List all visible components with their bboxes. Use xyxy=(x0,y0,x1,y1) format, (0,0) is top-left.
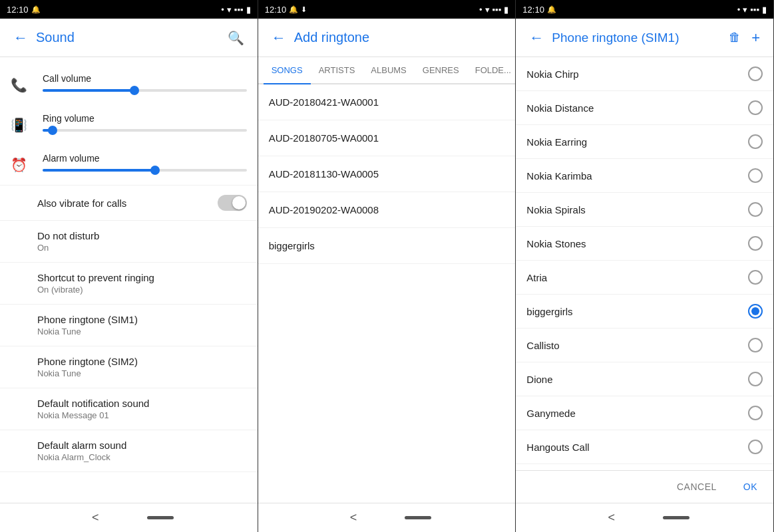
back-nav-3[interactable]: < xyxy=(600,507,623,529)
vibrate-row[interactable]: Also vibrate for calls xyxy=(0,186,258,221)
radio-ganymede[interactable] xyxy=(748,406,763,420)
song-list: AUD-20180421-WA0001 AUD-20180705-WA0001 … xyxy=(258,84,516,503)
radio-callisto[interactable] xyxy=(748,338,763,352)
dot-3: • xyxy=(737,5,741,15)
ringtone-name-ganymede: Ganymede xyxy=(526,408,748,419)
tab-folders[interactable]: FOLDE... xyxy=(467,57,516,84)
ringtone-hangouts-call[interactable]: Hangouts Call xyxy=(516,430,773,464)
back-button-2[interactable]: ← xyxy=(269,27,289,49)
shortcut-title: Shortcut to prevent ringing xyxy=(37,272,247,283)
settings-list: Do not disturb On Shortcut to prevent ri… xyxy=(0,221,258,472)
radio-atria[interactable] xyxy=(748,270,763,285)
ringtone-nokia-earring[interactable]: Nokia Earring xyxy=(516,125,773,159)
back-nav-1[interactable]: < xyxy=(84,507,107,529)
wifi-icon-1: ▾ xyxy=(227,5,232,15)
download-icon-2: ⬇ xyxy=(301,5,307,14)
ringtone-dione[interactable]: Dione xyxy=(516,362,773,396)
ringtone-name-nokia-karimba: Nokia Karimba xyxy=(526,170,748,182)
home-indicator-3[interactable] xyxy=(663,516,689,519)
song-item-2[interactable]: AUD-20180705-WA0001 xyxy=(258,120,516,156)
ringtone-toolbar: ← Phone ringtone (SIM1) 🗑 + xyxy=(516,19,773,57)
signal-icon-2: ▪▪▪ xyxy=(492,5,502,15)
nav-bar-2: < xyxy=(258,503,516,532)
phone-ringtone-sim1-item[interactable]: Phone ringtone (SIM1) Nokia Tune xyxy=(0,305,258,346)
tab-artists[interactable]: ARTISTS xyxy=(311,57,363,84)
ringtone-ganymede[interactable]: Ganymede xyxy=(516,396,773,430)
back-nav-2[interactable]: < xyxy=(342,507,365,529)
battery-icon-2: ▮ xyxy=(504,5,508,15)
radio-hangouts-call[interactable] xyxy=(748,440,763,454)
ringtone-name-nokia-distance: Nokia Distance xyxy=(526,102,748,114)
tab-genres[interactable]: GENRES xyxy=(415,57,467,84)
sound-content: 📞 Call volume 📳 Ring volume xyxy=(0,57,258,503)
shortcut-prevent-item[interactable]: Shortcut to prevent ringing On (vibrate) xyxy=(0,263,258,305)
do-not-disturb-item[interactable]: Do not disturb On xyxy=(0,221,258,263)
ring-volume-controls: Ring volume xyxy=(43,113,247,137)
vibrate-icon: 📳 xyxy=(11,117,32,133)
radio-nokia-distance[interactable] xyxy=(748,100,763,115)
radio-nokia-karimba[interactable] xyxy=(748,168,763,183)
ringtone-atria[interactable]: Atria xyxy=(516,261,773,295)
tab-albums[interactable]: ALBUMS xyxy=(363,57,414,84)
ringtone-nokia-spirals[interactable]: Nokia Spirals xyxy=(516,193,773,227)
alarm-icon-1: 🔔 xyxy=(31,5,41,14)
song-item-3[interactable]: AUD-20181130-WA0005 xyxy=(258,156,516,192)
ringtone-nokia-stones[interactable]: Nokia Stones xyxy=(516,227,773,261)
ringtone-name-dione: Dione xyxy=(526,374,748,385)
ringtone-luna[interactable]: Luna xyxy=(516,464,773,470)
call-volume-controls: Call volume xyxy=(43,73,247,97)
radio-nokia-chirp[interactable] xyxy=(748,66,763,81)
sim2-sub: Nokia Tune xyxy=(37,368,247,378)
cancel-button[interactable]: CANCEL xyxy=(672,479,722,495)
toggle-thumb xyxy=(232,196,246,209)
status-bar-2: 12:10 🔔 ⬇ • ▾ ▪▪▪ ▮ xyxy=(258,0,516,19)
add-button[interactable]: + xyxy=(749,27,763,49)
ringtone-list: Nokia Chirp Nokia Distance Nokia Earring… xyxy=(516,57,773,470)
vibrate-toggle[interactable] xyxy=(218,195,247,211)
ringtone-name-nokia-stones: Nokia Stones xyxy=(526,238,748,249)
radio-dione[interactable] xyxy=(748,372,763,386)
home-indicator-1[interactable] xyxy=(147,516,174,519)
song-item-5[interactable]: biggergirls xyxy=(258,228,516,264)
ringtone-nokia-distance[interactable]: Nokia Distance xyxy=(516,91,773,125)
back-button-1[interactable]: ← xyxy=(11,27,31,49)
search-button-1[interactable]: 🔍 xyxy=(225,27,247,49)
ring-volume-slider[interactable] xyxy=(43,129,247,132)
back-button-3[interactable]: ← xyxy=(526,27,546,49)
radio-nokia-earring[interactable] xyxy=(748,134,763,149)
song-item-4[interactable]: AUD-20190202-WA0008 xyxy=(258,192,516,228)
home-indicator-2[interactable] xyxy=(405,516,431,519)
dnd-sub: On xyxy=(37,243,247,253)
alarm-icon-3: 🔔 xyxy=(547,5,556,14)
alarm-volume-slider[interactable] xyxy=(43,169,247,172)
nav-bar-3: < xyxy=(516,503,773,532)
radio-nokia-spirals[interactable] xyxy=(748,202,763,217)
ringtone-nokia-karimba[interactable]: Nokia Karimba xyxy=(516,159,773,193)
alarm-sub: Nokia Alarm_Clock xyxy=(37,452,247,462)
ringtone-callisto[interactable]: Callisto xyxy=(516,329,773,362)
notification-title: Default notification sound xyxy=(37,398,247,409)
ringtone-name-nokia-earring: Nokia Earring xyxy=(526,136,748,148)
sound-panel: 12:10 🔔 • ▾ ▪▪▪ ▮ ← Sound 🔍 📞 Call volum… xyxy=(0,0,258,532)
dnd-title: Do not disturb xyxy=(37,230,247,241)
notification-sound-item[interactable]: Default notification sound Nokia Message… xyxy=(0,388,258,430)
alarm-sound-item[interactable]: Default alarm sound Nokia Alarm_Clock xyxy=(0,430,258,472)
tab-songs[interactable]: SONGS xyxy=(264,57,311,84)
song-item-1[interactable]: AUD-20180421-WA0001 xyxy=(258,84,516,120)
signal-icon-3: ▪▪▪ xyxy=(750,5,759,15)
call-volume-row: 📞 Call volume xyxy=(11,65,247,105)
ringtone-nokia-chirp[interactable]: Nokia Chirp xyxy=(516,57,773,91)
ringtone-name-callisto: Callisto xyxy=(526,340,748,351)
toolbar-2: ← Add ringtone xyxy=(258,19,516,57)
radio-nokia-stones[interactable] xyxy=(748,236,763,251)
phone-ringtone-sim2-item[interactable]: Phone ringtone (SIM2) Nokia Tune xyxy=(0,346,258,388)
ringtone-biggergirls[interactable]: biggergirls xyxy=(516,295,773,329)
alarm-volume-row: ⏰ Alarm volume xyxy=(11,145,247,185)
ringtone-footer: CANCEL OK xyxy=(516,470,773,503)
delete-button[interactable]: 🗑 xyxy=(726,28,743,47)
ok-button[interactable]: OK xyxy=(738,479,763,495)
status-bar-1: 12:10 🔔 • ▾ ▪▪▪ ▮ xyxy=(0,0,258,19)
radio-biggergirls[interactable] xyxy=(748,304,763,319)
time-3: 12:10 xyxy=(522,5,544,15)
call-volume-slider[interactable] xyxy=(43,89,247,92)
